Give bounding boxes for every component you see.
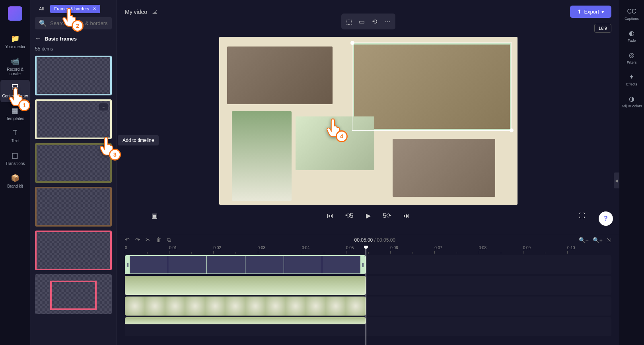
search-icon: 🔍	[39, 19, 47, 27]
nav-your-media[interactable]: 📁 Your media	[4, 30, 27, 53]
preview-container: ▣ ⏮ ⟲5 ▶ 5⟳ ⏭ ⛶	[117, 23, 619, 234]
filter-tabs: All Frames & borders ✕	[35, 5, 112, 13]
frame-item[interactable]	[35, 143, 112, 183]
collage-photo[interactable]	[232, 111, 292, 201]
clip-handle-left[interactable]: ‖	[126, 256, 130, 273]
timeline[interactable]: 0 0:01 0:02 0:03 0:04 0:05 0:06 0:07 0:0…	[117, 246, 619, 345]
photo-clip[interactable]	[125, 317, 366, 324]
nav-templates[interactable]: ▦ Templates	[4, 102, 26, 125]
playback-controls: ▣ ⏮ ⟲5 ▶ 5⟳ ⏭ ⛶	[133, 205, 603, 225]
undo-button[interactable]: ↶	[125, 236, 130, 243]
timeline-toolbar: ↶ ↷ ✂ 🗑 ⧉ 00:05.00 / 00:05.00 🔍− 🔍+ ⇲	[117, 234, 619, 246]
cloud-off-icon[interactable]: ☁̸	[152, 9, 158, 15]
cut-button[interactable]: ✂	[146, 236, 150, 243]
skip-start-button[interactable]: ⏮	[325, 210, 336, 221]
rnav-label: Adjust colors	[621, 104, 642, 108]
collage-photo-selected[interactable]	[353, 43, 511, 130]
rnav-label: Filters	[627, 60, 637, 64]
export-label: Export	[584, 9, 599, 15]
nav-label: Brand kit	[7, 184, 23, 188]
fade-icon: ◐	[629, 29, 634, 37]
video-title[interactable]: My video	[125, 9, 147, 15]
export-button[interactable]: ⬆ Export ▾	[570, 6, 611, 18]
filter-tab-label: Frames & borders	[54, 6, 89, 11]
captions-icon: CC	[627, 8, 636, 15]
library-icon: 🎞	[12, 84, 19, 92]
timeline-track[interactable]	[125, 297, 611, 316]
collapse-right-panel[interactable]: ◀	[614, 172, 619, 188]
nav-content-library[interactable]: 🎞 Content library	[0, 80, 29, 102]
clip-handle-right[interactable]: ‖	[361, 256, 365, 273]
frame-item[interactable]	[35, 274, 112, 314]
nav-effects[interactable]: ✦ Effects	[625, 70, 638, 89]
nav-label: Transitions	[6, 161, 25, 166]
nav-label: Record & create	[2, 67, 29, 76]
skip-end-button[interactable]: ⏭	[401, 210, 412, 221]
nav-label: Content library	[2, 94, 28, 98]
timeline-track[interactable]: ‖ ‖	[125, 255, 611, 274]
adjust-icon: ◑	[629, 95, 634, 103]
nav-fade[interactable]: ◐ Fade	[626, 26, 638, 46]
items-count: 55 items	[35, 46, 112, 52]
frame-clip[interactable]: ‖ ‖	[125, 255, 366, 274]
rewind-button[interactable]: ⟲5	[344, 210, 355, 221]
fit-tool[interactable]: ▭	[356, 16, 368, 27]
nav-filters[interactable]: ◎ Filters	[625, 48, 638, 68]
transitions-icon: ◫	[12, 151, 18, 160]
filter-tab-all[interactable]: All	[35, 5, 48, 13]
collage-photo[interactable]	[227, 47, 333, 104]
frame-item[interactable]	[35, 231, 112, 270]
timeline-track[interactable]	[125, 276, 611, 295]
zoom-fit-button[interactable]: ⇲	[607, 237, 611, 243]
filter-tab-frames[interactable]: Frames & borders ✕	[50, 5, 100, 13]
brand-icon: 📦	[11, 174, 19, 182]
help-button[interactable]: ?	[599, 211, 613, 226]
more-button[interactable]: ···	[99, 103, 108, 110]
collage-photo[interactable]	[393, 139, 495, 197]
rnav-label: Captions	[625, 17, 639, 21]
zoom-in-button[interactable]: 🔍+	[593, 237, 603, 243]
crop-tool[interactable]: ⬚	[344, 16, 355, 27]
redo-button[interactable]: ↷	[135, 236, 140, 243]
frame-item[interactable]	[35, 187, 112, 227]
frame-item[interactable]: ···	[35, 99, 112, 139]
nav-adjust-colors[interactable]: ◑ Adjust colors	[620, 92, 644, 111]
photo-clip[interactable]	[125, 276, 366, 295]
timeline-track[interactable]	[125, 317, 611, 336]
delete-button[interactable]: 🗑	[156, 236, 161, 243]
timeline-ruler[interactable]: 0 0:01 0:02 0:03 0:04 0:05 0:06 0:07 0:0…	[125, 246, 611, 255]
search-input[interactable]	[50, 20, 117, 26]
forward-button[interactable]: 5⟳	[382, 210, 393, 221]
close-icon[interactable]: ✕	[93, 6, 96, 11]
playhead[interactable]	[366, 246, 366, 345]
templates-icon: ▦	[12, 106, 18, 115]
content-panel: All Frames & borders ✕ 🔍 ← Basic frames …	[30, 0, 117, 345]
preview-canvas[interactable]	[219, 37, 518, 205]
frame-item[interactable]	[35, 56, 112, 95]
context-toolbar: ⬚ ▭ ⟲ ⋯	[341, 14, 395, 29]
nav-text[interactable]: T Text	[10, 125, 20, 147]
text-icon: T	[13, 129, 18, 137]
nav-record-create[interactable]: 📹 Record & create	[0, 53, 30, 80]
nav-transitions[interactable]: ◫ Transitions	[4, 147, 27, 170]
search-box[interactable]: 🔍	[35, 17, 112, 29]
app-logo[interactable]	[8, 6, 22, 21]
nav-brand-kit[interactable]: 📦 Brand kit	[6, 170, 24, 192]
right-sidebar: CC Captions ◐ Fade ◎ Filters ✦ Effects ◑…	[619, 0, 644, 345]
fullscreen-button[interactable]: ⛶	[576, 210, 588, 221]
more-tool[interactable]: ⋯	[382, 16, 393, 27]
zoom-out-button[interactable]: 🔍−	[579, 237, 589, 243]
photo-clip[interactable]	[125, 297, 366, 316]
play-button[interactable]: ▶	[363, 210, 374, 221]
collage-photo[interactable]	[296, 116, 374, 170]
rnav-label: Fade	[628, 39, 636, 43]
nav-label: Text	[12, 139, 19, 143]
duplicate-button[interactable]: ⧉	[167, 236, 171, 243]
current-time: 00:05.00	[354, 237, 373, 243]
safe-zone-toggle[interactable]: ▣	[149, 210, 160, 221]
breadcrumb: ← Basic frames	[35, 35, 112, 42]
nav-captions[interactable]: CC Captions	[623, 5, 640, 24]
back-arrow-icon[interactable]: ←	[35, 35, 41, 42]
rotate-tool[interactable]: ⟲	[369, 16, 380, 27]
tooltip-add-to-timeline: Add to timeline	[118, 135, 159, 145]
